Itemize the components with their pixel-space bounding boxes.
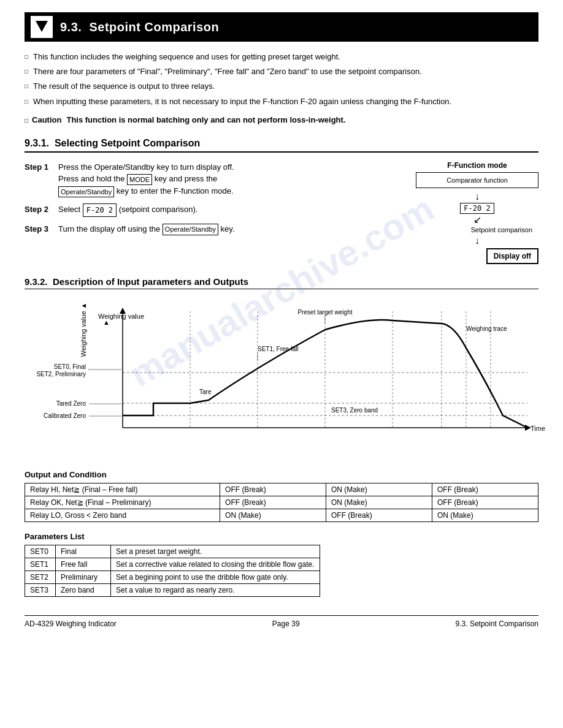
graph-svg: Weighing value ▲ Weighing value ▲ Time T… — [25, 299, 540, 458]
step-1-line2: Press and hold the MODE key and press th… — [58, 174, 217, 183]
output-row-3: Relay LO, Gross < Zero band ON (Make) OF… — [25, 509, 538, 521]
output-condition-title: Output and Condition — [25, 470, 538, 479]
operate-standby-key-2: Operate/Standby — [58, 186, 114, 198]
bullet-3: The result of the sequence is output to … — [25, 81, 538, 92]
diagram-value-display: F-20 2 — [416, 203, 538, 214]
mode-key: MODE — [127, 174, 152, 186]
step-2-content: Select F-20 2 (setpoint comparison). — [58, 203, 404, 217]
f-function-diagram: F-Function mode Comparator function ↓ F-… — [416, 161, 538, 264]
params-table: SET0 Final Set a preset target weight. S… — [25, 545, 320, 597]
params-row-3-desc: Set a value to regard as nearly zero. — [111, 583, 320, 596]
page-footer: AD-4329 Weighing Indicator Page 39 9.3. … — [25, 615, 538, 628]
svg-text:▲: ▲ — [103, 319, 110, 326]
output-row-2-col1: Relay OK, Net≧ (Final – Preliminary) — [25, 496, 220, 509]
display-off-box: Display off — [486, 248, 538, 264]
step-1-row: Step 1 Press the Operate/Standby key to … — [25, 161, 404, 197]
intro-bullet-list: This function includes the weighing sequ… — [25, 51, 538, 107]
diagram-f20-box: F-20 2 — [460, 203, 494, 214]
step-3-content: Turn the display off using the Operate/S… — [58, 223, 404, 235]
output-row-1-col1: Relay HI, Net≧ (Final – Free fall) — [25, 483, 220, 496]
diagram-arrow3: ↓ — [416, 236, 538, 246]
output-row-1-col2: OFF (Break) — [220, 483, 326, 496]
params-section: Parameters List SET0 Final Set a preset … — [25, 532, 538, 597]
output-row-2-col2: OFF (Break) — [220, 496, 326, 509]
params-row-1: SET1 Free fall Set a corrective value re… — [25, 558, 320, 571]
output-row-3-col3: OFF (Break) — [326, 509, 432, 521]
output-row-1-col4: OFF (Break) — [432, 483, 538, 496]
output-row-2-col3: ON (Make) — [326, 496, 432, 509]
footer-right: 9.3. Setpoint Comparison — [456, 620, 538, 628]
params-row-3: SET3 Zero band Set a value to regard as … — [25, 583, 320, 596]
svg-text:SET0, Final: SET0, Final — [54, 363, 86, 370]
display-off-container: Display off — [416, 247, 538, 264]
output-row-1-col3: ON (Make) — [326, 483, 432, 496]
params-row-0-name: Final — [56, 545, 111, 558]
params-row-2-id: SET2 — [25, 571, 56, 583]
operate-standby-key-3: Operate/Standby — [163, 224, 218, 235]
diagram-arrow2: ↙ — [416, 215, 538, 225]
section-header: 9.3. Setpoint Comparison — [25, 12, 538, 42]
steps-left: Step 1 Press the Operate/Standby key to … — [25, 161, 404, 264]
step-1-line3: Operate/Standby key to enter the F-funct… — [58, 186, 234, 195]
svg-text:SET3, Zero band: SET3, Zero band — [331, 407, 378, 414]
section-icon — [31, 16, 53, 38]
params-row-2: SET2 Preliminary Set a begining point to… — [25, 571, 320, 583]
params-row-0: SET0 Final Set a preset target weight. — [25, 545, 320, 558]
diagram-arrow1: ↓ — [416, 192, 538, 202]
step-1-label: Step 1 — [25, 161, 58, 197]
params-row-1-desc: Set a corrective value related to closin… — [111, 558, 320, 571]
step-2-suffix: (setpoint comparison). — [117, 205, 197, 214]
params-row-2-name: Preliminary — [56, 571, 111, 583]
params-title: Parameters List — [25, 532, 538, 541]
step-1-line1: Press the Operate/Standby key to turn di… — [58, 162, 234, 172]
output-row-2: Relay OK, Net≧ (Final – Preliminary) OFF… — [25, 496, 538, 509]
output-row-3-col1: Relay LO, Gross < Zero band — [25, 509, 220, 521]
bullet-4: When inputting these parameters, it is n… — [25, 96, 538, 107]
footer-center: Page 39 — [272, 620, 300, 628]
subsection2-title: 9.3.2. Description of Input parameters a… — [25, 276, 538, 289]
bullet-1: This function includes the weighing sequ… — [25, 51, 538, 63]
step-3-text: Turn the display off using the Operate/S… — [58, 224, 235, 233]
svg-text:Time: Time — [530, 425, 545, 432]
svg-text:SET2, Preliminary: SET2, Preliminary — [36, 371, 86, 377]
section-title: 9.3. Setpoint Comparison — [60, 20, 219, 34]
step-3-label: Step 3 — [25, 223, 58, 235]
bullet-2: There are four parameters of "Final", "P… — [25, 66, 538, 77]
step-2-select: Select — [58, 205, 83, 214]
step-2-label: Step 2 — [25, 203, 58, 217]
output-row-3-col4: ON (Make) — [432, 509, 538, 521]
caution-text: This function is normal batching only an… — [66, 115, 345, 126]
params-row-1-id: SET1 — [25, 558, 56, 571]
params-row-2-desc: Set a begining point to use the dribble … — [111, 571, 320, 583]
diagram-box1: Comparator function — [416, 172, 538, 188]
svg-text:Tare: Tare — [199, 389, 212, 395]
params-row-3-id: SET3 — [25, 583, 56, 596]
subsection1-title: 9.3.1. Selecting Setpoint Comparison — [25, 138, 538, 153]
f20-value-box: F-20 2 — [83, 203, 117, 217]
footer-left: AD-4329 Weighing Indicator — [25, 620, 117, 628]
output-row-3-col2: ON (Make) — [220, 509, 326, 521]
svg-text:SET1, Free fall: SET1, Free fall — [258, 346, 299, 352]
svg-text:Calibrated Zero: Calibrated Zero — [44, 412, 86, 419]
params-row-0-desc: Set a preset target weight. — [111, 545, 320, 558]
svg-text:Weighing value ▲: Weighing value ▲ — [80, 302, 87, 357]
svg-text:Weighing trace: Weighing trace — [466, 325, 507, 332]
params-row-0-id: SET0 — [25, 545, 56, 558]
diagram-title: F-Function mode — [416, 161, 538, 170]
diagram-setpoint-label: Setpoint comparison — [416, 226, 538, 233]
output-row-1: Relay HI, Net≧ (Final – Free fall) OFF (… — [25, 483, 538, 496]
graph-area: Weighing value ▲ Weighing value ▲ Time T… — [25, 299, 538, 460]
params-row-3-name: Zero band — [56, 583, 111, 596]
params-row-1-name: Free fall — [56, 558, 111, 571]
step-2-row: Step 2 Select F-20 2 (setpoint compariso… — [25, 203, 404, 217]
caution-line: Caution This function is normal batching… — [25, 115, 538, 126]
step-1-content: Press the Operate/Standby key to turn di… — [58, 161, 404, 197]
caution-label: Caution — [25, 115, 61, 126]
step-3-row: Step 3 Turn the display off using the Op… — [25, 223, 404, 235]
output-table: Relay HI, Net≧ (Final – Free fall) OFF (… — [25, 483, 538, 522]
output-row-2-col4: OFF (Break) — [432, 496, 538, 509]
steps-container: Step 1 Press the Operate/Standby key to … — [25, 161, 538, 264]
svg-text:Tared Zero: Tared Zero — [56, 400, 86, 407]
